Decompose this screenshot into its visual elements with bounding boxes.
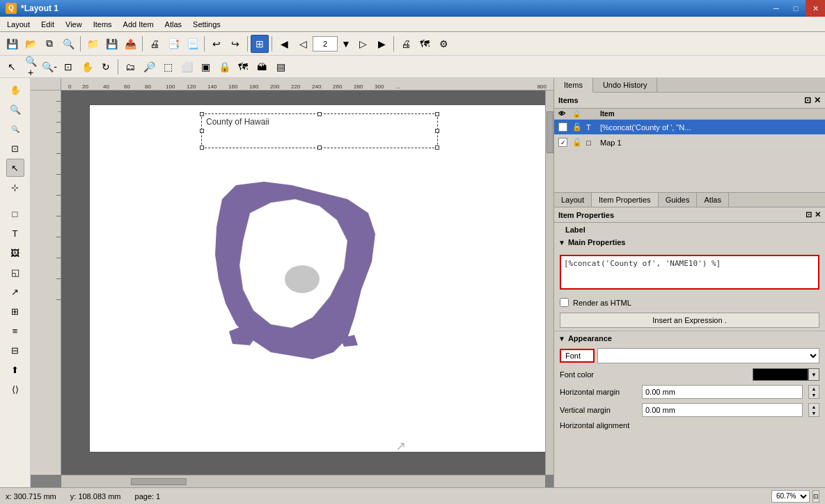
tab-items[interactable]: Items: [554, 78, 593, 93]
render-html-checkbox[interactable]: [560, 298, 569, 307]
undo-button[interactable]: ↩: [207, 35, 226, 53]
export3-button[interactable]: 📃: [183, 35, 201, 53]
add-shape-left[interactable]: ◱: [6, 263, 24, 281]
zoom-fit-status[interactable]: ⊡: [812, 490, 819, 503]
item-content-tool[interactable]: 🗂: [121, 58, 139, 76]
zoom-fit-left[interactable]: ⊡: [6, 139, 24, 157]
menu-atlas[interactable]: Atlas: [159, 19, 187, 30]
v-margin-down[interactable]: ▼: [809, 410, 819, 416]
toggle-button[interactable]: ⊞: [251, 35, 269, 53]
item-props-close-icon[interactable]: ✕: [815, 210, 821, 219]
deselect-tool[interactable]: ⬜: [178, 58, 196, 76]
nav-back-button[interactable]: ◁: [294, 35, 312, 53]
print-button[interactable]: 🖨: [146, 35, 164, 53]
save2-button[interactable]: 💾: [102, 35, 120, 53]
h-margin-down[interactable]: ▼: [809, 392, 819, 398]
items-float-icon[interactable]: ⊡: [804, 95, 811, 105]
zoom-out-left[interactable]: 🔍: [6, 120, 24, 138]
save-button[interactable]: 💾: [3, 35, 21, 53]
menu-add-item[interactable]: Add Item: [118, 19, 159, 30]
expression-textbox[interactable]: [%concat('County of', 'NAME10') %]: [560, 255, 819, 290]
open-button[interactable]: 📁: [84, 35, 102, 53]
add-map-tool[interactable]: 🗺: [234, 58, 252, 76]
select-tool[interactable]: ↖: [3, 58, 21, 76]
label-item[interactable]: County of Hawaii: [201, 113, 438, 148]
font-dropdown[interactable]: [597, 348, 819, 363]
add-label-left[interactable]: T: [6, 224, 24, 242]
zoom-in-tool[interactable]: 🔍+: [22, 58, 40, 76]
add-html-left[interactable]: ⟨⟩: [6, 380, 24, 398]
tab-item-properties[interactable]: Item Properties: [592, 193, 659, 207]
zoom-select[interactable]: 60.7%: [771, 490, 810, 503]
h-margin-up[interactable]: ▲: [809, 386, 819, 392]
pan-tool-left[interactable]: ✋: [6, 81, 24, 99]
zoom-item-tool[interactable]: 🔎: [140, 58, 158, 76]
print2-button[interactable]: 🖨: [397, 35, 415, 53]
tab-atlas[interactable]: Atlas: [697, 193, 728, 207]
menu-layout[interactable]: Layout: [1, 19, 36, 30]
pan-tool[interactable]: ✋: [78, 58, 96, 76]
zoom-out-tool[interactable]: 🔍-: [40, 58, 58, 76]
page-dropdown[interactable]: ▼: [339, 35, 353, 53]
tab-guides[interactable]: Guides: [659, 193, 698, 207]
redo-button[interactable]: ↪: [226, 35, 244, 53]
export-button[interactable]: 📤: [121, 35, 139, 53]
maximize-button[interactable]: □: [786, 0, 806, 17]
zoom-in-left[interactable]: 🔍: [6, 100, 24, 118]
nav-fwd-button[interactable]: ▷: [354, 35, 372, 53]
add-table-left[interactable]: ⊞: [6, 302, 24, 320]
duplicate-button[interactable]: ⧉: [40, 35, 58, 53]
v-margin-input[interactable]: 0.00 mm: [642, 403, 803, 417]
font-color-swatch[interactable]: [753, 368, 808, 381]
font-color-dropdown[interactable]: ▼: [808, 368, 819, 381]
select-all-tool[interactable]: ⬚: [159, 58, 177, 76]
zoom-fit-tool[interactable]: ⊡: [59, 58, 77, 76]
export2-button[interactable]: 📑: [164, 35, 182, 53]
item-1-vis[interactable]: [558, 138, 572, 147]
item-props-float-icon[interactable]: ⊡: [806, 210, 812, 219]
lock-tool[interactable]: 🔒: [215, 58, 233, 76]
item-0-lock[interactable]: 🔓: [572, 123, 586, 132]
tab-undo-history[interactable]: Undo History: [593, 78, 658, 92]
scroll-thumb-h[interactable]: [131, 478, 187, 485]
add-label-tool[interactable]: 🏔: [253, 58, 271, 76]
add-scalebar-left[interactable]: ⊟: [6, 341, 24, 359]
nav-prev-button[interactable]: ◀: [275, 35, 293, 53]
close-button[interactable]: ✕: [806, 0, 825, 17]
atlas-button[interactable]: 🗺: [416, 35, 434, 53]
minimize-button[interactable]: ─: [767, 0, 786, 17]
item-1-lock[interactable]: 🔓: [572, 138, 586, 147]
tab-layout[interactable]: Layout: [554, 193, 592, 207]
main-props-section-header[interactable]: ▼ Main Properties: [554, 235, 825, 249]
open-template-button[interactable]: 📂: [22, 35, 40, 53]
scrollbar-horizontal[interactable]: [61, 475, 545, 487]
items-close-icon[interactable]: ✕: [814, 95, 821, 105]
refresh-tool[interactable]: ↻: [97, 58, 115, 76]
scroll-thumb-v[interactable]: [547, 111, 553, 153]
add-shape-tool[interactable]: ▤: [272, 58, 290, 76]
settings-button[interactable]: ⚙: [434, 35, 453, 53]
select-tool-left[interactable]: ↖: [6, 159, 24, 177]
canvas-scroll[interactable]: County of Hawaii ↗: [61, 90, 545, 475]
edit-nodes-left[interactable]: ⊹: [6, 178, 24, 196]
menu-edit[interactable]: Edit: [36, 19, 60, 30]
items-row-1[interactable]: 🔓 □ Map 1: [554, 135, 825, 150]
zoom-button[interactable]: 🔍: [59, 35, 77, 53]
add-legend-left[interactable]: ≡: [6, 322, 24, 340]
nav-last-button[interactable]: ▶: [372, 35, 391, 53]
menu-settings[interactable]: Settings: [187, 19, 226, 30]
h-margin-input[interactable]: 0.00 mm: [642, 385, 803, 399]
items-row-0[interactable]: 🔓 T [%concat('County of ', "N...: [554, 120, 825, 135]
scrollbar-vertical[interactable]: [545, 90, 553, 475]
menu-items[interactable]: Items: [88, 19, 118, 30]
add-arrow-left[interactable]: ↗: [6, 283, 24, 301]
appearance-section-header[interactable]: ▼ Appearance: [554, 331, 825, 345]
item-0-checkbox[interactable]: [558, 123, 567, 132]
item-1-checkbox[interactable]: [558, 138, 567, 147]
item-0-vis[interactable]: [558, 123, 572, 132]
v-margin-up[interactable]: ▲: [809, 404, 819, 410]
menu-view[interactable]: View: [60, 19, 88, 30]
group-tool[interactable]: ▣: [196, 58, 214, 76]
add-image-left[interactable]: 🖼: [6, 244, 24, 262]
add-map-left[interactable]: □: [6, 205, 24, 223]
